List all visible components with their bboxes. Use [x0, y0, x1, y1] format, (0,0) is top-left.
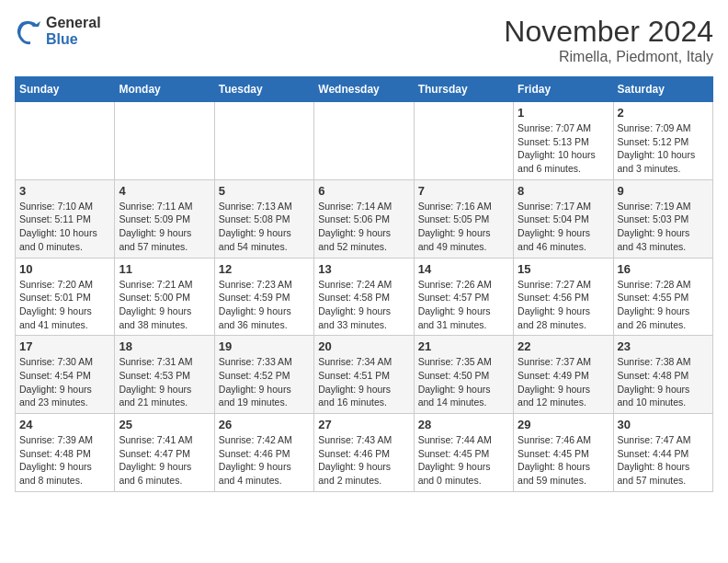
- day-info: Sunrise: 7:33 AM Sunset: 4:52 PM Dayligh…: [219, 355, 310, 409]
- day-info: Sunrise: 7:39 AM Sunset: 4:48 PM Dayligh…: [19, 433, 110, 488]
- calendar-cell: 26Sunrise: 7:42 AM Sunset: 4:46 PM Dayli…: [214, 414, 313, 492]
- day-info: Sunrise: 7:46 AM Sunset: 4:45 PM Dayligh…: [518, 433, 609, 488]
- day-number: 1: [518, 106, 609, 120]
- day-number: 10: [19, 262, 110, 276]
- day-info: Sunrise: 7:43 AM Sunset: 4:46 PM Dayligh…: [318, 433, 409, 488]
- calendar: SundayMondayTuesdayWednesdayThursdayFrid…: [15, 76, 713, 492]
- calendar-cell: 13Sunrise: 7:24 AM Sunset: 4:58 PM Dayli…: [314, 258, 414, 336]
- calendar-cell: 22Sunrise: 7:37 AM Sunset: 4:49 PM Dayli…: [514, 336, 613, 414]
- day-info: Sunrise: 7:16 AM Sunset: 5:05 PM Dayligh…: [418, 200, 509, 254]
- calendar-cell: 24Sunrise: 7:39 AM Sunset: 4:48 PM Dayli…: [16, 414, 115, 492]
- day-number: 16: [618, 262, 709, 276]
- calendar-cell: 1Sunrise: 7:07 AM Sunset: 5:13 PM Daylig…: [514, 102, 613, 180]
- day-info: Sunrise: 7:34 AM Sunset: 4:51 PM Dayligh…: [318, 355, 409, 409]
- calendar-cell: 12Sunrise: 7:23 AM Sunset: 4:59 PM Dayli…: [214, 258, 313, 336]
- calendar-cell: 28Sunrise: 7:44 AM Sunset: 4:45 PM Dayli…: [414, 414, 513, 492]
- calendar-cell: [314, 102, 414, 180]
- calendar-cell: [115, 102, 214, 180]
- weekday-header-saturday: Saturday: [613, 77, 712, 102]
- day-info: Sunrise: 7:21 AM Sunset: 5:00 PM Dayligh…: [119, 278, 210, 332]
- logo-icon: [15, 17, 42, 45]
- day-info: Sunrise: 7:38 AM Sunset: 4:48 PM Dayligh…: [618, 355, 709, 409]
- day-number: 26: [219, 418, 310, 431]
- day-number: 2: [618, 106, 709, 120]
- day-info: Sunrise: 7:19 AM Sunset: 5:03 PM Dayligh…: [618, 200, 709, 254]
- day-info: Sunrise: 7:07 AM Sunset: 5:13 PM Dayligh…: [518, 121, 609, 176]
- location: Rimella, Piedmont, Italy: [504, 49, 713, 65]
- day-info: Sunrise: 7:31 AM Sunset: 4:53 PM Dayligh…: [119, 355, 210, 409]
- calendar-cell: 8Sunrise: 7:17 AM Sunset: 5:04 PM Daylig…: [514, 179, 613, 258]
- calendar-cell: 6Sunrise: 7:14 AM Sunset: 5:06 PM Daylig…: [314, 179, 414, 258]
- day-number: 18: [119, 339, 210, 353]
- logo: General Blue: [15, 15, 101, 48]
- day-info: Sunrise: 7:28 AM Sunset: 4:55 PM Dayligh…: [618, 278, 709, 332]
- week-row-2: 3Sunrise: 7:10 AM Sunset: 5:11 PM Daylig…: [16, 179, 713, 258]
- week-row-4: 17Sunrise: 7:30 AM Sunset: 4:54 PM Dayli…: [16, 336, 713, 414]
- weekday-header-tuesday: Tuesday: [214, 77, 313, 102]
- day-number: 20: [318, 339, 409, 353]
- logo-text: General Blue: [46, 15, 101, 48]
- day-number: 17: [19, 339, 110, 353]
- calendar-cell: [214, 102, 313, 180]
- calendar-cell: 23Sunrise: 7:38 AM Sunset: 4:48 PM Dayli…: [613, 336, 712, 414]
- calendar-cell: 10Sunrise: 7:20 AM Sunset: 5:01 PM Dayli…: [16, 258, 115, 336]
- calendar-cell: 18Sunrise: 7:31 AM Sunset: 4:53 PM Dayli…: [115, 336, 214, 414]
- weekday-header-thursday: Thursday: [414, 77, 513, 102]
- day-number: 12: [219, 262, 310, 276]
- logo-general: General: [46, 15, 101, 31]
- week-row-3: 10Sunrise: 7:20 AM Sunset: 5:01 PM Dayli…: [16, 258, 713, 336]
- day-info: Sunrise: 7:30 AM Sunset: 4:54 PM Dayligh…: [19, 355, 110, 409]
- weekday-header-sunday: Sunday: [16, 77, 115, 102]
- day-info: Sunrise: 7:23 AM Sunset: 4:59 PM Dayligh…: [219, 278, 310, 332]
- day-number: 29: [518, 418, 609, 431]
- day-info: Sunrise: 7:14 AM Sunset: 5:06 PM Dayligh…: [318, 200, 409, 254]
- weekday-header-monday: Monday: [115, 77, 214, 102]
- calendar-cell: 4Sunrise: 7:11 AM Sunset: 5:09 PM Daylig…: [115, 179, 214, 258]
- calendar-cell: 5Sunrise: 7:13 AM Sunset: 5:08 PM Daylig…: [214, 179, 313, 258]
- day-number: 24: [19, 418, 110, 431]
- day-info: Sunrise: 7:17 AM Sunset: 5:04 PM Dayligh…: [518, 200, 609, 254]
- day-number: 28: [418, 418, 509, 431]
- calendar-cell: [16, 102, 115, 180]
- month-title: November 2024: [504, 15, 713, 49]
- calendar-cell: 7Sunrise: 7:16 AM Sunset: 5:05 PM Daylig…: [414, 179, 513, 258]
- calendar-cell: 19Sunrise: 7:33 AM Sunset: 4:52 PM Dayli…: [214, 336, 313, 414]
- calendar-cell: 2Sunrise: 7:09 AM Sunset: 5:12 PM Daylig…: [613, 102, 712, 180]
- day-number: 11: [119, 262, 210, 276]
- weekday-header-wednesday: Wednesday: [314, 77, 414, 102]
- day-number: 21: [418, 339, 509, 353]
- day-info: Sunrise: 7:47 AM Sunset: 4:44 PM Dayligh…: [618, 433, 709, 488]
- day-number: 8: [518, 184, 609, 198]
- page-header: General Blue November 2024 Rimella, Pied…: [15, 15, 713, 65]
- day-number: 7: [418, 184, 509, 198]
- calendar-cell: 30Sunrise: 7:47 AM Sunset: 4:44 PM Dayli…: [613, 414, 712, 492]
- day-number: 25: [119, 418, 210, 431]
- day-number: 4: [119, 184, 210, 198]
- day-info: Sunrise: 7:27 AM Sunset: 4:56 PM Dayligh…: [518, 278, 609, 332]
- weekday-header-friday: Friday: [514, 77, 613, 102]
- week-row-5: 24Sunrise: 7:39 AM Sunset: 4:48 PM Dayli…: [16, 414, 713, 492]
- calendar-cell: 9Sunrise: 7:19 AM Sunset: 5:03 PM Daylig…: [613, 179, 712, 258]
- calendar-cell: 14Sunrise: 7:26 AM Sunset: 4:57 PM Dayli…: [414, 258, 513, 336]
- day-number: 5: [219, 184, 310, 198]
- calendar-cell: 20Sunrise: 7:34 AM Sunset: 4:51 PM Dayli…: [314, 336, 414, 414]
- day-info: Sunrise: 7:37 AM Sunset: 4:49 PM Dayligh…: [518, 355, 609, 409]
- day-number: 13: [318, 262, 409, 276]
- weekday-header-row: SundayMondayTuesdayWednesdayThursdayFrid…: [16, 77, 713, 102]
- day-info: Sunrise: 7:24 AM Sunset: 4:58 PM Dayligh…: [318, 278, 409, 332]
- day-info: Sunrise: 7:41 AM Sunset: 4:47 PM Dayligh…: [119, 433, 210, 488]
- day-number: 30: [618, 418, 709, 431]
- day-number: 27: [318, 418, 409, 431]
- day-number: 9: [618, 184, 709, 198]
- day-number: 15: [518, 262, 609, 276]
- day-number: 22: [518, 339, 609, 353]
- calendar-cell: 3Sunrise: 7:10 AM Sunset: 5:11 PM Daylig…: [16, 179, 115, 258]
- day-info: Sunrise: 7:11 AM Sunset: 5:09 PM Dayligh…: [119, 200, 210, 254]
- day-info: Sunrise: 7:44 AM Sunset: 4:45 PM Dayligh…: [418, 433, 509, 488]
- calendar-cell: 29Sunrise: 7:46 AM Sunset: 4:45 PM Dayli…: [514, 414, 613, 492]
- day-info: Sunrise: 7:26 AM Sunset: 4:57 PM Dayligh…: [418, 278, 509, 332]
- calendar-cell: 27Sunrise: 7:43 AM Sunset: 4:46 PM Dayli…: [314, 414, 414, 492]
- calendar-cell: 16Sunrise: 7:28 AM Sunset: 4:55 PM Dayli…: [613, 258, 712, 336]
- day-number: 23: [618, 339, 709, 353]
- calendar-cell: 17Sunrise: 7:30 AM Sunset: 4:54 PM Dayli…: [16, 336, 115, 414]
